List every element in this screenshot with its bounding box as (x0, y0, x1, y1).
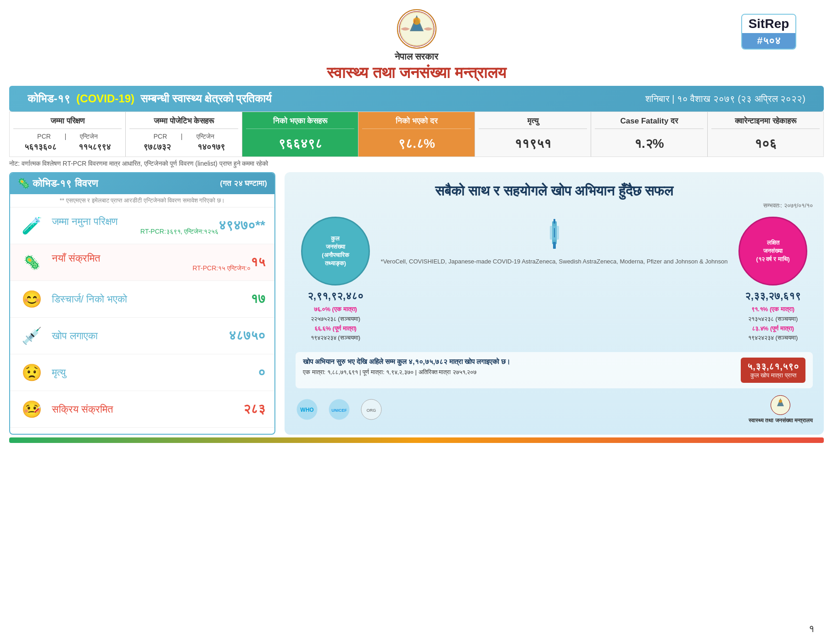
infected-row-item: 🦠 नयाँ संक्रमित RT-PCR:१५ एन्टिजेन:० १५ (10, 244, 274, 281)
stat1r-label: ९१.१% (एक मात्रा) (751, 306, 794, 313)
recovery-rate-value: ९८.८% (362, 136, 470, 151)
footer-emblem (770, 395, 791, 415)
total-vaccine-count: ५,३३,८१,५९० (747, 361, 799, 372)
antigen-value: ११५८९९४ (78, 142, 111, 152)
pcr-value: ५६१३६०८ (24, 142, 56, 152)
vaccine-bar: खोप अभियान सुरु भए देखि अहिले सम्म कुल ४… (296, 352, 813, 388)
quarantine-header: क्वारेन्टाइनमा रहेकाहरू (711, 117, 820, 129)
death-icon: 😟 (19, 360, 45, 385)
first-dose: एक मात्रा: १,८८,७१,६९१ (303, 369, 358, 375)
quarantine-cell: क्वारेन्टाइनमा रहेकाहरू १०६ (708, 112, 823, 157)
deaths-header: मृत्यु (479, 117, 587, 129)
discharged-row-item: 😊 डिस्चार्ज/ निको भएको १७ (10, 281, 274, 318)
pos-pcr-label: PCR (154, 133, 168, 140)
test-values: ५६१३६०८ ११५८९९४ (13, 142, 122, 152)
circle-left-value: २,९१,९२,४८० (301, 290, 370, 302)
ministry-title: स्वास्थ्य तथा जनसंख्या मन्त्रालय (327, 64, 506, 82)
vaccine-footnote: *VeroCell, COVISHIELD, Japanese-made COV… (381, 258, 728, 265)
sitrep-label: SitRep (742, 15, 795, 33)
stat1r-sub: २१३५४२३८ (सञ्चयमा) (748, 315, 798, 322)
circle-left: कुलजनसंख्या(अनौपचारिकतथ्याङ्क) (301, 217, 370, 286)
death-row-item: 😟 मृत्यु ० (10, 354, 274, 391)
deaths-value: ११९५१ (479, 136, 587, 151)
circles-row: कुलजनसंख्या(अनौपचारिकतथ्याङ्क) २,९१,९२,४… (296, 217, 813, 343)
left-panel-subheader: ** एसएमएस र इमेलबाट प्राप्त आरडीटी एन्टि… (10, 194, 274, 207)
case-fatality-cell: Case Fatality दर १.२% (591, 112, 707, 157)
recovered-value: ९६६४९८ (246, 136, 354, 151)
who-logo: WHO (296, 398, 319, 421)
svg-text:UNICEF: UNICEF (331, 408, 347, 413)
left-panel-title: 🦠 कोभिड-१९ विवरण (17, 178, 98, 190)
svg-point-20 (779, 400, 782, 403)
active-value: २८३ (243, 402, 265, 417)
positive-header: जम्मा पोजेटिभ केसहरू (129, 117, 238, 129)
test-sub: RT-PCR:३६९१, एन्टिजेन:१२५६ (52, 228, 218, 235)
covid-banner: कोभिड-१९ (COVID-19) सम्बन्धी स्वास्थ्य क… (9, 86, 824, 112)
nepal-sarkar-label: नेपाल सरकार (395, 51, 439, 62)
infected-sub: RT-PCR:१५ एन्टिजेन:० (52, 264, 251, 272)
vaccine-icon: 💉 (19, 323, 45, 348)
infected-label: नयाँ संक्रमित (52, 252, 251, 264)
right-panel-title: सबैको साथ र सहयोगले खोप अभियान हुँदैछ सफ… (296, 183, 813, 199)
unicef-logo: UNICEF (328, 398, 351, 421)
svg-text:ORG: ORG (367, 408, 376, 413)
stat1-sub: २२५७५२३८ (सञ्चयमा) (311, 315, 360, 322)
case-fatality-value: १.२% (595, 136, 703, 151)
stat2-label: ६६.६% (पूर्ण मात्रा) (314, 325, 357, 332)
total-vaccine-box: ५,३३,८१,५९० कुल खोप मात्रा प्राप्त (741, 358, 805, 383)
svg-rect-8 (553, 219, 555, 224)
pos-antigen-value: १४०१७९ (197, 142, 225, 152)
antigen-label: एन्टिजेन (80, 133, 98, 140)
discharged-icon: 😊 (19, 286, 45, 312)
left-panel-subtitle: (गत २४ घण्टामा) (220, 179, 267, 188)
test-icon: 🧪 (19, 213, 45, 238)
pos-antigen-label: एन्टिजेन (196, 133, 214, 140)
page-header: नेपाल सरकार स्वास्थ्य तथा जनसंख्या मन्त्… (0, 0, 833, 86)
vaccine-row-item: 💉 खोप लगाएका ४८७५० (10, 318, 274, 354)
full-dose: पूर्ण मात्रा: १,९४,२,३७० (363, 369, 414, 375)
svg-text:WHO: WHO (300, 407, 313, 413)
svg-rect-9 (553, 242, 556, 249)
pcr-label: PCR (37, 133, 51, 140)
stat2r-label: ८३.४% (पूर्ण मात्रा) (752, 325, 794, 332)
circle-right-value: २,३३,२७,६१९ (738, 290, 807, 302)
bottom-bar (9, 437, 824, 443)
vaccine-center-image: *VeroCell, COVISHIELD, Japanese-made COV… (381, 217, 728, 265)
positive-cases-cell: जम्मा पोजेटिभ केसहरू PCR | एन्टिजेन ९७८७… (126, 112, 242, 157)
sitrep-box: SitRep #५०४ (741, 14, 796, 50)
death-value: ० (258, 365, 265, 380)
nepal-emblem (396, 8, 437, 50)
recovered-header: निको भएका केसहरू (246, 117, 354, 129)
deaths-cell: मृत्यु ११९५१ (475, 112, 591, 157)
circle-left-stats: ७६.०% (एक मात्रा) २२५७५२३८ (सञ्चयमा) ६६.… (301, 305, 370, 343)
partner-logos: WHO UNICEF ORG (296, 398, 383, 421)
positive-labels: PCR | एन्टिजेन (129, 133, 238, 140)
recovery-rate-header: निको भएको दर (362, 117, 470, 129)
test-row-item: 🧪 जम्मा नमुना परिक्षण RT-PCR:३६९१, एन्टि… (10, 207, 274, 244)
stat1-label: ७६.०% (एक मात्रा) (314, 306, 357, 313)
svg-point-4 (413, 17, 420, 25)
left-panel-header: 🦠 कोभिड-१९ विवरण (गत २४ घण्टामा) (10, 173, 274, 194)
right-panel: सबैको साथ र सहयोगले खोप अभियान हुँदैछ सफ… (285, 172, 824, 435)
right-panel-date: सम्भवतः: २०७९/०१/१० (296, 202, 813, 209)
infected-value: १५ (251, 255, 265, 270)
death-label: मृत्यु (52, 367, 258, 379)
circle-right-stats: ९१.१% (एक मात्रा) २१३५४२३८ (सञ्चयमा) ८३.… (738, 305, 807, 343)
stats-row: जम्मा परिक्षण PCR | एन्टिजेन ५६१३६०८ ११५… (9, 112, 824, 157)
total-test-header: जम्मा परिक्षण (13, 117, 122, 129)
banner-left-text: कोभिड-१९ (COVID-19) सम्बन्धी स्वास्थ्य क… (28, 92, 271, 105)
circle-left-card: कुलजनसंख्या(अनौपचारिकतथ्याङ्क) २,९१,९२,४… (301, 217, 370, 343)
banner-right-text: शनिबार | १० वैशाख २०७९ (२३ अप्रिल २०२२) (645, 94, 805, 104)
dose-details: एक मात्रा: १,८८,७१,६९१ | पूर्ण मात्रा: १… (303, 369, 733, 376)
vaccine-value: ४८७५० (229, 328, 265, 343)
recovery-rate-cell: निको भएको दर ९८.८% (358, 112, 475, 157)
extra-dose: अतिरिक्त मात्रा २७५१,२०७ (419, 369, 477, 375)
test-label: जम्मा नमुना परिक्षण (52, 216, 218, 228)
recovered-cell: निको भएका केसहरू ९६६४९८ (242, 112, 358, 157)
bottom-logos: WHO UNICEF ORG स्वास्थ्य तथा जनसंख्या मन (296, 395, 813, 424)
total-test-cell: जम्मा परिक्षण PCR | एन्टिजेन ५६१३६०८ ११५… (10, 112, 126, 157)
active-label: सक्रिय संक्रमित (52, 403, 243, 415)
active-row-item: 🤒 सक्रिय संक्रमित २८३ (10, 391, 274, 428)
pos-pcr-value: ९७८७३२ (143, 142, 171, 152)
footer-ministry-label: स्वास्थ्य तथा जनसंख्या मन्त्रालय (749, 417, 813, 424)
